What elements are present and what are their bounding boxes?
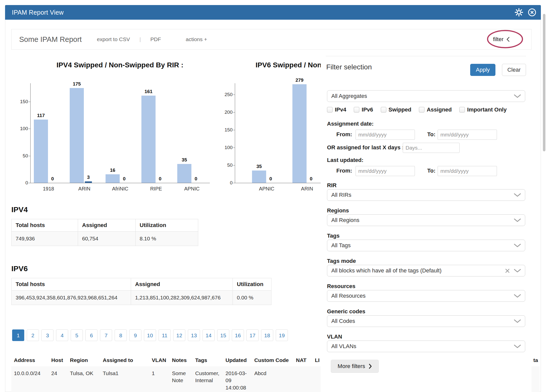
column-header-clipped: ta xyxy=(533,357,541,364)
page-9[interactable]: 9 xyxy=(129,329,141,341)
bar-value-label: 35 xyxy=(177,157,192,163)
chevron-down-icon xyxy=(514,269,521,273)
bar-swipped xyxy=(34,120,48,183)
column-header-region: Region xyxy=(70,357,101,364)
x-axis-category-label: 1918 xyxy=(31,186,66,192)
regions-dropdown[interactable]: All Regions xyxy=(327,214,525,226)
bar-value-label: 117 xyxy=(33,113,48,118)
rir-label: RIR xyxy=(327,182,337,189)
checkbox-label: Important Only xyxy=(467,106,507,113)
actions-menu-button[interactable]: actions + xyxy=(186,36,207,42)
y-axis-tick-mark xyxy=(29,129,31,129)
page-1[interactable]: 1 xyxy=(12,329,24,341)
regions-label: Regions xyxy=(327,207,349,214)
page-19[interactable]: 19 xyxy=(276,329,288,341)
checkbox-ipv6[interactable]: IPv6 xyxy=(354,106,373,113)
more-filters-label: More filters xyxy=(338,363,365,370)
page-2[interactable]: 2 xyxy=(27,329,39,341)
page-11[interactable]: 11 xyxy=(159,329,171,341)
to-label: To: xyxy=(427,131,436,138)
bar-value-label: 0 xyxy=(117,176,132,182)
page-14[interactable]: 14 xyxy=(203,329,215,341)
checkbox-swipped[interactable]: Swipped xyxy=(381,106,411,113)
page-10[interactable]: 10 xyxy=(144,329,156,341)
close-icon[interactable] xyxy=(527,8,537,17)
resources-label: Resources xyxy=(327,283,356,290)
record-cell: 2016-03-09 14:00:08 xyxy=(225,370,249,391)
last-updated-label: Last updated: xyxy=(327,157,363,163)
assignment-to-input[interactable] xyxy=(438,130,497,140)
y-axis-tick-label: 150 xyxy=(221,127,233,133)
tags-dropdown[interactable]: All Tags xyxy=(327,240,525,251)
checkbox-box[interactable] xyxy=(354,107,359,113)
y-axis-tick-label: 100 xyxy=(16,126,28,131)
page-8[interactable]: 8 xyxy=(115,329,127,341)
y-axis-tick-label: 150 xyxy=(16,99,28,104)
from-label: From: xyxy=(336,131,352,138)
updated-from-input[interactable] xyxy=(356,166,415,176)
pdf-link[interactable]: PDF xyxy=(150,36,161,42)
column-header-custom-code: Custom Code xyxy=(254,357,294,364)
bar-swipped xyxy=(292,84,307,183)
filter-selection-heading: Filter selection xyxy=(326,63,372,71)
page-18[interactable]: 18 xyxy=(261,329,273,341)
page-5[interactable]: 5 xyxy=(71,329,83,341)
aggregates-value: All Aggregates xyxy=(331,93,367,99)
summary-cell: 396,453,924,358,601,876,923,968,651,264 xyxy=(12,291,131,305)
settings-gear-icon[interactable] xyxy=(514,8,524,17)
checkbox-box[interactable] xyxy=(459,107,465,113)
tags-mode-dropdown[interactable]: All blocks which have all of the tags (D… xyxy=(327,265,525,276)
page-16[interactable]: 16 xyxy=(232,329,244,341)
days-input[interactable] xyxy=(403,143,460,153)
to-label: To: xyxy=(427,167,436,174)
record-cell: 10.0.0.0/24 xyxy=(14,370,49,377)
checkbox-box[interactable] xyxy=(419,107,424,113)
bar-value-label: 0 xyxy=(304,176,319,182)
page-4[interactable]: 4 xyxy=(56,329,68,341)
page-13[interactable]: 13 xyxy=(188,329,200,341)
scrollbar-thumb[interactable] xyxy=(543,14,545,151)
vlan-dropdown[interactable]: All VLANs xyxy=(327,341,525,352)
export-csv-link[interactable]: export to CSV xyxy=(97,36,130,42)
y-axis-tick-mark xyxy=(233,165,235,165)
page-6[interactable]: 6 xyxy=(85,329,97,341)
checkbox-label: Swipped xyxy=(389,106,411,113)
y-axis-tick-mark xyxy=(233,148,235,148)
chevron-down-icon xyxy=(514,344,521,348)
record-cell: Abcd xyxy=(254,370,294,377)
assignment-from-input[interactable] xyxy=(356,130,415,140)
record-cell: 1 xyxy=(152,370,170,377)
chart-title: IPV4 Swipped / Non-Swipped By RIR : xyxy=(30,61,210,69)
checkbox-box[interactable] xyxy=(381,107,386,113)
bar-value-label: 16 xyxy=(105,167,120,173)
updated-to-input[interactable] xyxy=(438,166,497,176)
rir-value: All RIRs xyxy=(331,192,351,198)
clear-selection-icon[interactable] xyxy=(505,268,510,273)
page-17[interactable]: 17 xyxy=(246,329,259,341)
bar-value-label: 0 xyxy=(45,176,60,182)
column-header-nat: NAT xyxy=(296,357,313,364)
page-15[interactable]: 15 xyxy=(217,329,229,341)
page-7[interactable]: 7 xyxy=(100,329,112,341)
aggregates-dropdown[interactable]: All Aggregates xyxy=(327,90,525,102)
page-3[interactable]: 3 xyxy=(41,329,54,341)
rir-dropdown[interactable]: All RIRs xyxy=(327,189,525,201)
generic-codes-dropdown[interactable]: All Codes xyxy=(327,315,525,327)
report-title: Some IPAM Report xyxy=(19,35,82,44)
tags-value: All Tags xyxy=(331,242,351,249)
apply-button[interactable]: Apply xyxy=(470,64,495,76)
clear-button[interactable]: Clear xyxy=(502,64,526,76)
y-axis-tick-mark xyxy=(29,183,31,183)
checkbox-important-only[interactable]: Important Only xyxy=(459,106,507,113)
checkbox-assigned[interactable]: Assigned xyxy=(419,106,452,113)
checkbox-label: IPv6 xyxy=(362,106,373,113)
column-header: Utilization xyxy=(233,278,271,291)
column-header-host: Host xyxy=(51,357,67,364)
more-filters-button[interactable]: More filters xyxy=(331,360,379,373)
page-12[interactable]: 12 xyxy=(173,329,185,341)
checkbox-box[interactable] xyxy=(327,107,333,113)
window-titlebar: IPAM Report View xyxy=(5,5,541,20)
y-axis-tick-label: 250 xyxy=(221,92,233,97)
checkbox-ipv4[interactable]: IPv4 xyxy=(327,106,346,113)
resources-dropdown[interactable]: All Resources xyxy=(327,290,525,302)
